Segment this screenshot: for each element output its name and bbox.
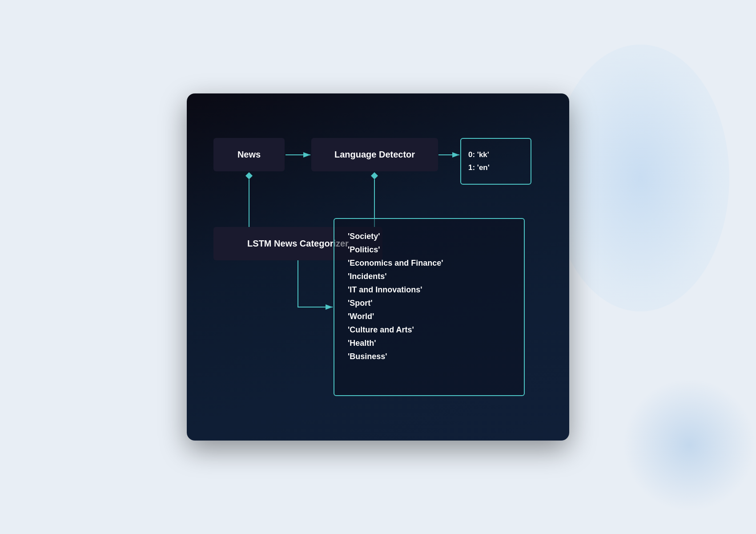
category-item: 'World' [348,312,374,320]
category-item: 'Sport' [348,299,373,307]
bg-blob-right [551,44,729,312]
node-output-small: 0: 'kk' 1: 'en' [460,138,531,185]
node-language-detector: Language Detector [311,138,438,171]
diagram-card: News Language Detector LSTM News Categor… [187,93,569,441]
svg-marker-4 [371,172,378,179]
bg-blob-bottom-right [623,378,756,512]
category-item: 'Incidents' [348,272,387,280]
category-item: 'IT and Innovations' [348,286,422,294]
category-item: 'Economics and Finance' [348,259,443,267]
node-language-detector-label: Language Detector [334,150,415,160]
output-line1: 0: 'kk' [468,149,489,162]
node-news: News [213,138,285,171]
category-item: 'Health' [348,339,376,347]
category-item: 'Culture and Arts' [348,326,414,334]
node-categories: 'Society''Politics''Economics and Financ… [334,218,525,396]
category-item: 'Business' [348,352,387,360]
output-line2: 1: 'en' [468,162,490,174]
node-news-label: News [237,150,261,160]
category-item: 'Politics' [348,246,380,254]
category-item: 'Society' [348,232,380,240]
svg-marker-3 [245,172,253,179]
